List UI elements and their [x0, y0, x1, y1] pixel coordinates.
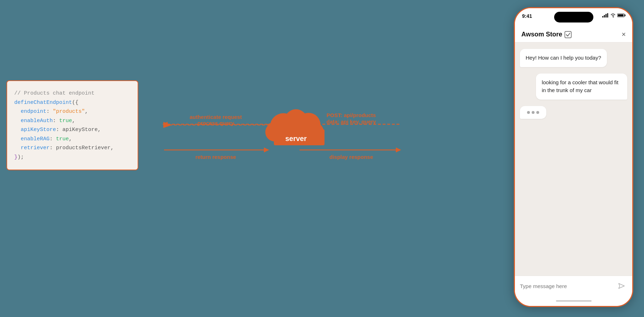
- wifi-icon: [610, 13, 616, 17]
- store-name: Awsom Store: [521, 31, 572, 38]
- arrow-label-display: display response: [329, 154, 373, 160]
- typing-dot-2: [532, 111, 535, 114]
- home-bar: [515, 296, 632, 306]
- typing-dot-1: [527, 111, 530, 114]
- signal-icon: [602, 13, 609, 17]
- phone-header: Awsom Store ×: [515, 27, 632, 42]
- svg-rect-27: [625, 15, 626, 16]
- phone-input-area: [515, 276, 632, 296]
- store-name-text: Awsom Store: [521, 31, 562, 38]
- message-input[interactable]: [520, 283, 612, 289]
- close-button[interactable]: ×: [622, 30, 626, 39]
- typing-indicator: [520, 106, 546, 119]
- arrow-label-data: data: api key, query: [327, 119, 377, 125]
- diagram-svg: authenticate request process query retur…: [136, 54, 431, 232]
- status-time: 9:41: [522, 13, 532, 19]
- home-bar-line: [556, 300, 592, 302]
- code-box: // Products chat endpoint defineChatEndp…: [6, 80, 138, 170]
- arrow-label-return: return response: [195, 154, 236, 160]
- code-comment: // Products chat endpoint: [14, 90, 94, 96]
- dynamic-island: [554, 12, 593, 22]
- code-fn: defineChatEndpoint: [14, 100, 72, 106]
- phone-frame: 9:41 Aw: [514, 7, 633, 307]
- store-verified-icon: [564, 31, 572, 38]
- send-button[interactable]: [616, 280, 627, 292]
- svg-marker-7: [162, 122, 168, 127]
- svg-rect-21: [604, 15, 605, 17]
- user-message-1: looking for a cooler that would fit in t…: [536, 74, 627, 100]
- user-message-1-text: looking for a cooler that would fit in t…: [542, 79, 618, 94]
- svg-rect-22: [605, 14, 607, 17]
- arrow-label-authenticate: authenticate request: [190, 114, 242, 120]
- svg-marker-13: [396, 147, 401, 152]
- battery-icon: [617, 13, 626, 17]
- svg-point-24: [613, 17, 613, 17]
- svg-marker-9: [264, 147, 269, 152]
- typing-dot-3: [536, 111, 539, 114]
- arrow-label-post: POST: api/products: [327, 112, 376, 118]
- bot-message-1-text: Hey! How can I help you today?: [526, 55, 601, 61]
- chat-area: Hey! How can I help you today? looking f…: [515, 42, 632, 276]
- svg-rect-26: [618, 14, 624, 16]
- bot-message-1: Hey! How can I help you today?: [520, 49, 607, 67]
- svg-rect-28: [565, 31, 571, 38]
- status-icons: [602, 13, 626, 17]
- server-label: server: [285, 135, 307, 142]
- svg-rect-23: [607, 13, 608, 17]
- arrow-label-process: process query: [198, 120, 234, 126]
- svg-rect-20: [602, 16, 603, 17]
